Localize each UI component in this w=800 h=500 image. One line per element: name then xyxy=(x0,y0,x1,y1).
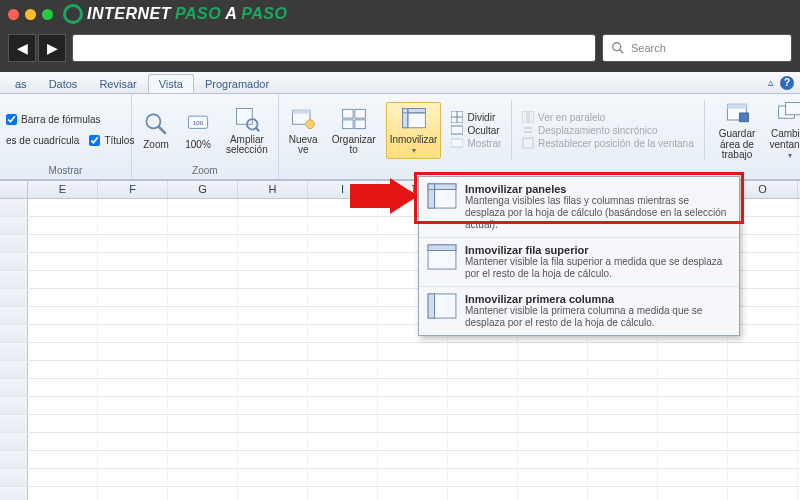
cell[interactable] xyxy=(518,379,588,396)
cell[interactable] xyxy=(28,433,98,450)
forward-button[interactable]: ▶ xyxy=(38,34,66,62)
cell[interactable] xyxy=(728,397,798,414)
cell[interactable] xyxy=(658,415,728,432)
row-header[interactable] xyxy=(0,343,28,360)
maximize-window-icon[interactable] xyxy=(42,9,53,20)
cell[interactable] xyxy=(308,325,378,342)
cell[interactable] xyxy=(238,361,308,378)
row-header[interactable] xyxy=(0,307,28,324)
cell[interactable] xyxy=(168,271,238,288)
cell[interactable] xyxy=(98,433,168,450)
cell[interactable] xyxy=(658,487,728,500)
row-header[interactable] xyxy=(0,487,28,500)
split-button[interactable]: Dividir xyxy=(451,111,501,123)
cell[interactable] xyxy=(378,469,448,486)
cell[interactable] xyxy=(28,469,98,486)
row-header[interactable] xyxy=(0,235,28,252)
cell[interactable] xyxy=(378,433,448,450)
cell[interactable] xyxy=(658,397,728,414)
cell[interactable] xyxy=(588,487,658,500)
cell[interactable] xyxy=(448,397,518,414)
cell[interactable] xyxy=(168,217,238,234)
col-header[interactable]: I xyxy=(308,181,378,198)
cell[interactable] xyxy=(448,469,518,486)
select-all-corner[interactable] xyxy=(0,181,28,198)
cell[interactable] xyxy=(658,469,728,486)
cell[interactable] xyxy=(308,199,378,216)
cell[interactable] xyxy=(728,433,798,450)
row-header[interactable] xyxy=(0,325,28,342)
cell[interactable] xyxy=(168,307,238,324)
cell[interactable] xyxy=(28,235,98,252)
zoom-button[interactable]: Zoom xyxy=(138,107,174,154)
cell[interactable] xyxy=(728,361,798,378)
cell[interactable] xyxy=(98,361,168,378)
cell[interactable] xyxy=(378,451,448,468)
col-header[interactable]: G xyxy=(168,181,238,198)
cell[interactable] xyxy=(728,451,798,468)
cell[interactable] xyxy=(658,343,728,360)
cell[interactable] xyxy=(448,487,518,500)
save-workspace-button[interactable]: Guardar área de trabajo xyxy=(714,96,759,164)
hide-button[interactable]: Ocultar xyxy=(451,124,501,136)
cell[interactable] xyxy=(28,451,98,468)
cell[interactable] xyxy=(658,433,728,450)
cell[interactable] xyxy=(448,361,518,378)
cell[interactable] xyxy=(238,415,308,432)
col-header[interactable]: E xyxy=(28,181,98,198)
cell[interactable] xyxy=(28,415,98,432)
cell[interactable] xyxy=(588,415,658,432)
cell[interactable] xyxy=(378,379,448,396)
cell[interactable] xyxy=(238,253,308,270)
cell[interactable] xyxy=(238,235,308,252)
row-header[interactable] xyxy=(0,451,28,468)
cell[interactable] xyxy=(168,361,238,378)
cell[interactable] xyxy=(28,379,98,396)
cell[interactable] xyxy=(28,271,98,288)
cell[interactable] xyxy=(168,199,238,216)
cell[interactable] xyxy=(308,487,378,500)
cell[interactable] xyxy=(658,361,728,378)
cell[interactable] xyxy=(238,397,308,414)
cell[interactable] xyxy=(238,217,308,234)
cell[interactable] xyxy=(98,325,168,342)
cell[interactable] xyxy=(28,307,98,324)
cell[interactable] xyxy=(28,343,98,360)
row-header[interactable] xyxy=(0,289,28,306)
row-header[interactable] xyxy=(0,271,28,288)
cell[interactable] xyxy=(28,199,98,216)
cell[interactable] xyxy=(98,397,168,414)
cell[interactable] xyxy=(98,469,168,486)
cell[interactable] xyxy=(308,271,378,288)
cell[interactable] xyxy=(98,217,168,234)
zoom-selection-button[interactable]: Ampliar selección xyxy=(222,102,272,159)
chk-formula-bar-input[interactable] xyxy=(6,114,17,125)
cell[interactable] xyxy=(168,433,238,450)
cell[interactable] xyxy=(448,415,518,432)
cell[interactable] xyxy=(28,217,98,234)
cell[interactable] xyxy=(308,307,378,324)
cell[interactable] xyxy=(378,415,448,432)
cell[interactable] xyxy=(98,487,168,500)
cell[interactable] xyxy=(518,343,588,360)
cell[interactable] xyxy=(378,397,448,414)
cell[interactable] xyxy=(308,415,378,432)
freeze-first-col-option[interactable]: Inmovilizar primera columna Mantener vis… xyxy=(419,287,739,335)
cell[interactable] xyxy=(28,397,98,414)
cell[interactable] xyxy=(518,361,588,378)
cell[interactable] xyxy=(28,253,98,270)
cell[interactable] xyxy=(98,415,168,432)
cell[interactable] xyxy=(98,451,168,468)
cell[interactable] xyxy=(308,433,378,450)
cell[interactable] xyxy=(308,397,378,414)
close-window-icon[interactable] xyxy=(8,9,19,20)
cell[interactable] xyxy=(728,379,798,396)
row-header[interactable] xyxy=(0,199,28,216)
help-button[interactable]: ? xyxy=(780,76,794,90)
zoom-100-button[interactable]: 100 100% xyxy=(180,107,216,154)
cell[interactable] xyxy=(238,469,308,486)
cell[interactable] xyxy=(308,451,378,468)
tab-datos[interactable]: Datos xyxy=(38,74,89,92)
row-header[interactable] xyxy=(0,361,28,378)
cell[interactable] xyxy=(728,487,798,500)
